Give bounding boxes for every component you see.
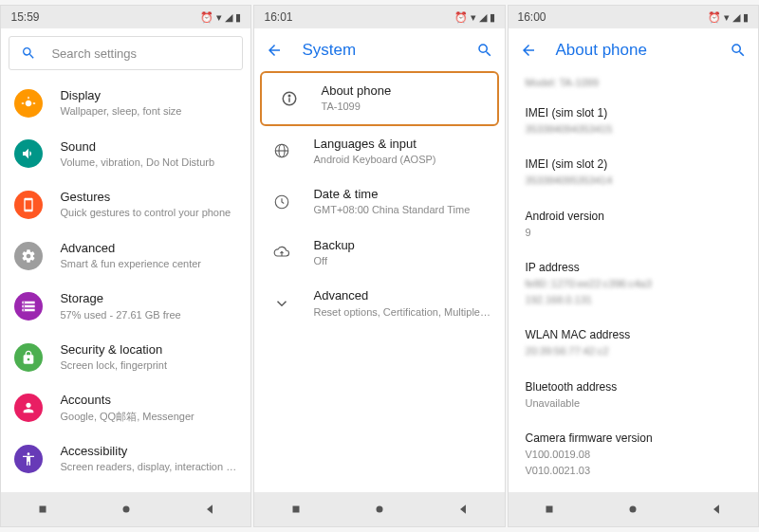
about-item-imei1[interactable]: IMEI (sim slot 1) 353384094353415 bbox=[509, 95, 758, 147]
app-bar: About phone bbox=[509, 28, 758, 71]
system-item-backup[interactable]: BackupOff bbox=[254, 228, 504, 279]
about-value: V100.0019.08 V010.0021.03 bbox=[526, 447, 741, 478]
settings-item-gestures[interactable]: GesturesQuick gestures to control your p… bbox=[1, 179, 250, 230]
system-item-date-time[interactable]: Date & timeGMT+08:00 China Standard Time bbox=[254, 176, 504, 228]
nav-home-icon[interactable] bbox=[120, 503, 133, 516]
item-subtitle: Wallpaper, sleep, font size bbox=[60, 104, 237, 119]
status-time: 16:00 bbox=[518, 10, 546, 24]
svg-point-4 bbox=[289, 95, 291, 97]
signal-icon: ◢ bbox=[732, 11, 740, 24]
settings-item-storage[interactable]: Storage57% used - 27.61 GB free bbox=[1, 281, 250, 332]
nav-recents-icon[interactable] bbox=[543, 503, 556, 516]
status-icons: ⏰ ▾ ◢ ▮ bbox=[454, 11, 495, 24]
gestures-icon bbox=[14, 191, 43, 219]
about-value: 9 bbox=[526, 225, 741, 241]
settings-screen: 15:59 ⏰ ▾ ◢ ▮ Search settings DisplayWal… bbox=[0, 5, 251, 527]
item-subtitle: GMT+08:00 China Standard Time bbox=[313, 203, 491, 217]
status-bar: 15:59 ⏰ ▾ ◢ ▮ bbox=[1, 6, 250, 28]
system-item-about-phone[interactable]: About phoneTA-1099 bbox=[260, 71, 498, 126]
item-subtitle: Screen readers, display, interaction con… bbox=[60, 460, 237, 474]
svg-point-1 bbox=[122, 506, 129, 513]
status-time: 16:01 bbox=[264, 10, 292, 24]
status-icons: ⏰ ▾ ◢ ▮ bbox=[708, 11, 749, 24]
wifi-icon: ▾ bbox=[216, 11, 222, 24]
item-subtitle: TA-1099 bbox=[321, 100, 483, 114]
globe-icon bbox=[268, 137, 296, 165]
nav-back-icon[interactable] bbox=[710, 503, 723, 516]
search-icon[interactable] bbox=[476, 42, 493, 59]
nav-recents-icon[interactable] bbox=[36, 503, 49, 516]
about-value: 353384094353415 bbox=[526, 121, 741, 138]
back-icon[interactable] bbox=[520, 42, 537, 59]
svg-point-13 bbox=[630, 506, 637, 513]
about-value: Unavailable bbox=[526, 395, 741, 412]
back-icon[interactable] bbox=[266, 42, 283, 59]
page-title: System bbox=[302, 41, 456, 60]
item-subtitle: Reset options, Certification, Multiple u… bbox=[313, 305, 491, 320]
status-time: 15:59 bbox=[10, 10, 39, 24]
battery-icon: ▮ bbox=[235, 11, 241, 24]
item-title: Advanced bbox=[313, 287, 491, 304]
chevron-down-icon bbox=[268, 289, 296, 318]
info-icon bbox=[275, 84, 304, 113]
about-item-wlan-mac[interactable]: WLAN MAC address 20:39:56:77:42:c2 bbox=[509, 317, 758, 369]
system-item-advanced[interactable]: AdvancedReset options, Certification, Mu… bbox=[254, 278, 504, 329]
about-item-ip[interactable]: IP address fe80::1270:ee22:c396:c4a3 192… bbox=[509, 249, 758, 317]
about-item-android-version[interactable]: Android version 9 bbox=[509, 198, 758, 250]
nav-bar bbox=[509, 492, 758, 526]
security-icon bbox=[14, 343, 43, 372]
sound-icon bbox=[14, 139, 43, 168]
system-screen: 16:01 ⏰ ▾ ◢ ▮ System About phoneTA-1099 … bbox=[253, 5, 505, 527]
about-item-model[interactable]: Model: TA-1099 bbox=[509, 73, 758, 95]
settings-item-google[interactable]: G GoogleServices & preferences bbox=[1, 485, 250, 492]
battery-icon: ▮ bbox=[743, 11, 749, 24]
settings-item-advanced[interactable]: AdvancedSmart & fun experience center bbox=[1, 230, 250, 282]
item-title: Backup bbox=[313, 237, 491, 254]
item-subtitle: 57% used - 27.61 GB free bbox=[60, 308, 237, 322]
about-value: 20:39:56:77:42:c2 bbox=[526, 343, 741, 359]
cloud-icon bbox=[268, 239, 296, 267]
item-subtitle: Off bbox=[313, 254, 491, 268]
system-item-languages[interactable]: Languages & inputAndroid Keyboard (AOSP) bbox=[254, 126, 504, 177]
search-icon bbox=[21, 46, 36, 61]
search-icon[interactable] bbox=[730, 42, 747, 59]
about-item-bluetooth[interactable]: Bluetooth address Unavailable bbox=[509, 369, 758, 421]
settings-item-sound[interactable]: SoundVolume, vibration, Do Not Disturb bbox=[1, 129, 250, 180]
signal-icon: ◢ bbox=[225, 11, 232, 24]
status-bar: 16:00 ⏰ ▾ ◢ ▮ bbox=[509, 6, 758, 28]
settings-item-accounts[interactable]: AccountsGoogle, QQ邮箱, Messenger bbox=[1, 382, 250, 433]
item-subtitle: Screen lock, fingerprint bbox=[60, 358, 237, 373]
about-item-imei2[interactable]: IMEI (sim slot 2) 353384095353414 bbox=[509, 146, 758, 198]
about-value: fe80::1270:ee22:c396:c4a3 192.168.0.131 bbox=[526, 276, 741, 307]
about-value: Model: TA-1099 bbox=[526, 75, 741, 91]
item-subtitle: Volume, vibration, Do Not Disturb bbox=[60, 156, 237, 170]
wifi-icon: ▾ bbox=[471, 11, 476, 24]
status-bar: 16:01 ⏰ ▾ ◢ ▮ bbox=[254, 6, 504, 28]
settings-item-display[interactable]: DisplayWallpaper, sleep, font size bbox=[1, 78, 250, 129]
settings-item-accessibility[interactable]: AccessibilityScreen readers, display, in… bbox=[1, 433, 250, 485]
nav-back-icon[interactable] bbox=[456, 503, 470, 516]
advanced-icon bbox=[14, 242, 43, 270]
nav-home-icon[interactable] bbox=[626, 503, 639, 516]
nav-home-icon[interactable] bbox=[373, 503, 386, 516]
about-phone-screen: 16:00 ⏰ ▾ ◢ ▮ About phone Model: TA-1099… bbox=[508, 5, 759, 527]
battery-icon: ▮ bbox=[490, 11, 495, 24]
svg-rect-12 bbox=[546, 506, 553, 513]
about-title: IMEI (sim slot 2) bbox=[526, 156, 741, 173]
alarm-icon: ⏰ bbox=[200, 11, 213, 24]
nav-back-icon[interactable] bbox=[203, 503, 216, 516]
about-title: IP address bbox=[526, 259, 741, 276]
svg-rect-0 bbox=[40, 506, 46, 513]
about-item-camera-fw[interactable]: Camera firmware version V100.0019.08 V01… bbox=[509, 420, 758, 487]
signal-icon: ◢ bbox=[479, 11, 487, 24]
item-title: Date & time bbox=[313, 186, 491, 203]
item-title: Languages & input bbox=[313, 136, 491, 153]
about-title: IMEI (sim slot 1) bbox=[526, 104, 741, 121]
alarm-icon: ⏰ bbox=[454, 11, 468, 24]
search-settings[interactable]: Search settings bbox=[9, 36, 243, 70]
settings-item-security[interactable]: Security & locationScreen lock, fingerpr… bbox=[1, 332, 250, 383]
item-title: Advanced bbox=[60, 240, 237, 257]
status-icons: ⏰ ▾ ◢ ▮ bbox=[200, 11, 241, 24]
nav-recents-icon[interactable] bbox=[289, 503, 303, 516]
item-subtitle: Android Keyboard (AOSP) bbox=[313, 153, 491, 167]
